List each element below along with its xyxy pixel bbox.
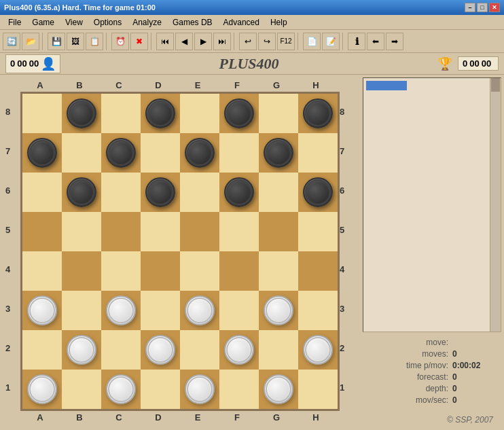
maximize-button[interactable]: □: [477, 3, 488, 12]
cell-G3[interactable]: [259, 291, 298, 330]
cell-F4[interactable]: [219, 251, 259, 291]
row-4-label: 4: [5, 249, 20, 289]
cell-F3[interactable]: [219, 291, 259, 330]
toolbar-save[interactable]: 💾: [48, 33, 65, 50]
cell-F1[interactable]: [219, 370, 259, 409]
toolbar-start[interactable]: ⏮: [156, 33, 174, 50]
cell-B8[interactable]: [62, 94, 101, 133]
toolbar-info2[interactable]: 📝: [322, 33, 340, 50]
cell-A3[interactable]: [22, 291, 62, 330]
cell-F8[interactable]: [219, 94, 259, 133]
cell-H4[interactable]: [298, 251, 338, 291]
minimize-button[interactable]: –: [465, 3, 475, 12]
cell-A6[interactable]: [22, 173, 62, 212]
cell-H1[interactable]: [298, 370, 338, 409]
cell-D2[interactable]: [141, 330, 180, 370]
cell-B5[interactable]: [62, 212, 101, 251]
menu-options[interactable]: Options: [88, 16, 127, 29]
cell-E4[interactable]: [180, 251, 219, 291]
cell-C8[interactable]: [101, 94, 141, 133]
cell-D8[interactable]: [141, 94, 180, 133]
cell-E6[interactable]: [180, 173, 219, 212]
cell-E2[interactable]: [180, 330, 219, 370]
toolbar-help[interactable]: ℹ: [348, 33, 365, 50]
cell-H5[interactable]: [298, 212, 338, 251]
toolbar-end[interactable]: ⏭: [213, 33, 231, 50]
cell-B6[interactable]: [62, 173, 101, 212]
cell-E1[interactable]: [180, 370, 219, 409]
toolbar-clock[interactable]: ⏰: [111, 33, 129, 50]
cell-A7[interactable]: [22, 133, 62, 173]
toolbar-back[interactable]: ⬅: [367, 33, 384, 50]
cell-D1[interactable]: [141, 370, 180, 409]
cell-D3[interactable]: [141, 291, 180, 330]
cell-G5[interactable]: [259, 212, 298, 251]
cell-D7[interactable]: [141, 133, 180, 173]
cell-H7[interactable]: [298, 133, 338, 173]
toolbar-open[interactable]: 📂: [22, 33, 39, 50]
menu-analyze[interactable]: Analyze: [127, 16, 167, 29]
toolbar-info1[interactable]: 📄: [303, 33, 321, 50]
cell-H6[interactable]: [298, 173, 338, 212]
toolbar-new[interactable]: 🔄: [3, 33, 20, 50]
toolbar-stop[interactable]: ✖: [130, 33, 148, 50]
cell-C3[interactable]: [101, 291, 141, 330]
log-scrollbar[interactable]: [490, 78, 501, 332]
cell-G1[interactable]: [259, 370, 298, 409]
log-area[interactable]: [363, 77, 501, 332]
cell-H2[interactable]: [298, 330, 338, 370]
toolbar-rotate2[interactable]: ↪: [258, 33, 276, 50]
toolbar-print1[interactable]: 🖼: [67, 33, 84, 50]
cell-B1[interactable]: [62, 370, 101, 409]
cell-B2[interactable]: [62, 330, 101, 370]
toolbar-f12[interactable]: F12: [277, 33, 295, 50]
cell-A5[interactable]: [22, 212, 62, 251]
cell-D5[interactable]: [141, 212, 180, 251]
menu-game[interactable]: Game: [26, 16, 60, 29]
cell-D4[interactable]: [141, 251, 180, 291]
cell-E3[interactable]: [180, 291, 219, 330]
cell-C2[interactable]: [101, 330, 141, 370]
cell-B3[interactable]: [62, 291, 101, 330]
cell-G8[interactable]: [259, 94, 298, 133]
cell-F7[interactable]: [219, 133, 259, 173]
menu-view[interactable]: View: [60, 16, 88, 29]
checkers-board[interactable]: [20, 92, 340, 411]
cell-G2[interactable]: [259, 330, 298, 370]
cell-G4[interactable]: [259, 251, 298, 291]
menu-help[interactable]: Help: [265, 16, 293, 29]
cell-E8[interactable]: [180, 94, 219, 133]
cell-H8[interactable]: [298, 94, 338, 133]
col-G-bot: G: [257, 412, 296, 423]
cell-B4[interactable]: [62, 251, 101, 291]
cell-F2[interactable]: [219, 330, 259, 370]
cell-E5[interactable]: [180, 212, 219, 251]
cell-G6[interactable]: [259, 173, 298, 212]
cell-B7[interactable]: [62, 133, 101, 173]
cell-G7[interactable]: [259, 133, 298, 173]
toolbar-forward[interactable]: ➡: [386, 33, 403, 50]
scrollbar-thumb[interactable]: [491, 78, 500, 92]
menu-file[interactable]: File: [3, 16, 26, 29]
cell-C1[interactable]: [101, 370, 141, 409]
cell-C4[interactable]: [101, 251, 141, 291]
cell-A1[interactable]: [22, 370, 62, 409]
toolbar-next[interactable]: ▶: [194, 33, 212, 50]
toolbar-print2[interactable]: 📋: [86, 33, 103, 50]
menu-advanced[interactable]: Advanced: [218, 16, 265, 29]
toolbar-rotate1[interactable]: ↩: [239, 33, 257, 50]
cell-A2[interactable]: [22, 330, 62, 370]
menu-gamesdb[interactable]: Games DB: [167, 16, 218, 29]
cell-A4[interactable]: [22, 251, 62, 291]
cell-F5[interactable]: [219, 212, 259, 251]
cell-D6[interactable]: [141, 173, 180, 212]
close-button[interactable]: ✕: [489, 3, 500, 12]
cell-E7[interactable]: [180, 133, 219, 173]
toolbar-prev[interactable]: ◀: [175, 33, 193, 50]
cell-C7[interactable]: [101, 133, 141, 173]
cell-A8[interactable]: [22, 94, 62, 133]
cell-C5[interactable]: [101, 212, 141, 251]
cell-H3[interactable]: [298, 291, 338, 330]
cell-C6[interactable]: [101, 173, 141, 212]
cell-F6[interactable]: [219, 173, 259, 212]
